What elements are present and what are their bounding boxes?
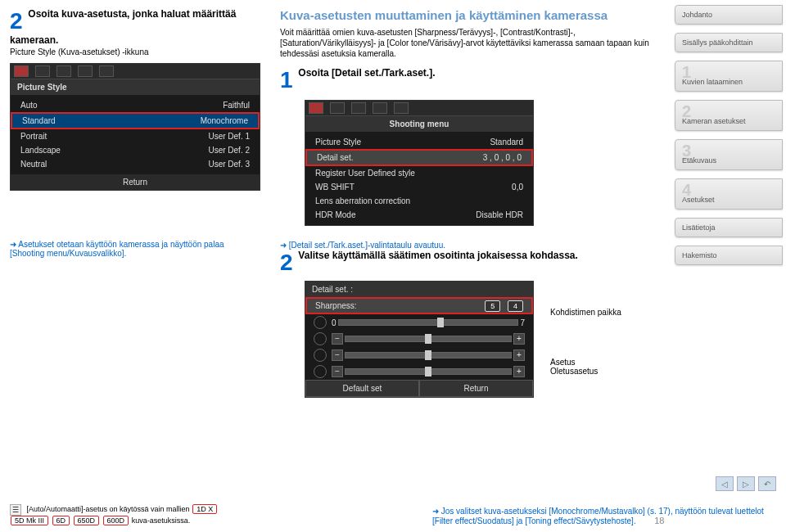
sm-detail[interactable]: Detail set.: [317, 153, 353, 162]
ps-monochrome[interactable]: Monochrome: [201, 116, 248, 125]
plus-button[interactable]: +: [513, 366, 525, 377]
saturation-icon: [314, 349, 327, 362]
step2-title: Osoita kuva-asetusta, jonka haluat määri…: [10, 8, 236, 46]
nav-camera-settings[interactable]: 2Kameran asetukset: [675, 100, 783, 131]
nav-contents[interactable]: Sisällys pääkohdittain: [675, 33, 783, 52]
tab-icon[interactable]: [373, 102, 387, 114]
contrast-icon: [314, 332, 327, 345]
callout-default: Oletusasetus: [550, 367, 662, 376]
prev-page-icon[interactable]: ◁: [716, 476, 734, 491]
ps-faithful[interactable]: Faithful: [223, 101, 250, 110]
chip-1dx: 1D X: [192, 504, 217, 514]
minus-button[interactable]: −: [332, 333, 343, 345]
tab-icon[interactable]: [351, 102, 366, 114]
callout-setting: Asetus: [550, 358, 662, 367]
ds-sharp-label: Sharpness:: [315, 301, 357, 310]
picture-style-window: Picture Style AutoFaithful StandardMonoc…: [10, 63, 260, 191]
nav-download[interactable]: 1Kuvien lataaminen: [675, 61, 783, 92]
tab-icon[interactable]: [330, 102, 345, 114]
back-icon[interactable]: ↶: [758, 476, 776, 491]
default-set-button[interactable]: Default set: [305, 380, 419, 397]
picture-style-caption: Picture Style (Kuva-asetukset) -ikkuna: [10, 47, 260, 56]
sm-hdr-val: Disable HDR: [476, 210, 523, 219]
ps-header: Picture Style: [11, 79, 260, 95]
ps-ud1[interactable]: User Def. 1: [208, 132, 250, 141]
detail-opens-note: [Detail set./Tark.aset.]-valintataulu av…: [280, 241, 662, 250]
ps-ud3[interactable]: User Def. 3: [208, 160, 250, 169]
colortone-slider[interactable]: [345, 368, 512, 375]
section-title: Kuva-asetusten muuttaminen ja käyttämine…: [280, 8, 662, 22]
footer-left-text-pre: [Auto/Automaatti]-asetus on käytössä vai…: [27, 505, 190, 513]
step1-title: Osoita [Detail set./Tark.aset.].: [298, 67, 435, 79]
sm-detail-val: 3 , 0 , 0 , 0: [483, 153, 522, 162]
ds-title: Detail set. :: [312, 285, 353, 294]
tab-icon[interactable]: [99, 65, 114, 77]
step-number-1: 1: [280, 67, 293, 93]
sm-header: Shooting menu: [305, 116, 533, 132]
callout-cursor: Kohdistimen paikka: [550, 308, 662, 317]
scale-max: 7: [520, 318, 525, 327]
ps-neutral[interactable]: Neutral: [20, 160, 47, 169]
ps-portrait[interactable]: Portrait: [20, 132, 47, 141]
sm-ps-val: Standard: [490, 138, 523, 147]
note-icon: ☰: [10, 504, 21, 516]
ps-return[interactable]: Return: [11, 174, 260, 190]
ps-landscape[interactable]: Landscape: [20, 146, 61, 155]
nav-moreinfo[interactable]: Lisätietoja: [675, 218, 783, 237]
contrast-slider[interactable]: [345, 336, 512, 342]
plus-button[interactable]: +: [513, 333, 525, 345]
saturation-slider[interactable]: [345, 352, 512, 358]
colortone-icon: [314, 365, 327, 378]
tab-icon[interactable]: [394, 102, 409, 114]
nav-intro[interactable]: Johdanto: [675, 5, 783, 25]
sharpness-slider[interactable]: [338, 319, 519, 326]
chip-600d: 600D: [103, 516, 129, 525]
chip-650d: 650D: [74, 516, 100, 525]
sm-hdr[interactable]: HDR Mode: [315, 210, 355, 219]
scale-zero: 0: [332, 318, 337, 327]
sm-register[interactable]: Register User Defined style: [315, 169, 415, 178]
sm-wb-val: 0,0: [512, 183, 523, 192]
ds-sharp-v2: 4: [508, 300, 523, 312]
ps-standard[interactable]: Standard: [22, 116, 56, 125]
sm-ps[interactable]: Picture Style: [315, 138, 361, 147]
nav-settings[interactable]: 4Asetukset: [675, 178, 783, 210]
footer-left-text-post: kuva-asetuksissa.: [132, 516, 191, 525]
nav-index[interactable]: Hakemisto: [675, 246, 783, 265]
camera-tab-icon[interactable]: [309, 102, 323, 114]
plus-button[interactable]: +: [513, 349, 525, 361]
return-button[interactable]: Return: [419, 380, 533, 397]
camera-tab-icon[interactable]: [14, 65, 29, 77]
nav-remote[interactable]: 3Etäkuvaus: [675, 139, 783, 170]
step-number-2b: 2: [280, 250, 293, 276]
minus-button[interactable]: −: [332, 349, 343, 361]
detail-set-window: Detail set. : Sharpness: 5 4 0 7: [305, 281, 534, 398]
step-number-2: 2: [10, 8, 23, 34]
step2b-title: Valitse käyttämällä säätimen osoitinta j…: [298, 250, 578, 261]
sharpness-icon: [314, 316, 327, 329]
chip-6d: 6D: [52, 516, 70, 525]
sm-lens[interactable]: Lens aberration correction: [315, 196, 410, 205]
apply-note: Asetukset otetaan käyttöön kamerassa ja …: [10, 240, 260, 258]
page-number: 18: [654, 516, 664, 525]
section-body: Voit määrittää omien kuva-asetusten [Sha…: [280, 27, 662, 59]
ds-sharp-v1: 5: [485, 300, 500, 312]
tab-icon[interactable]: [78, 65, 93, 77]
sm-wb[interactable]: WB SHIFT: [315, 183, 355, 192]
minus-button[interactable]: −: [332, 366, 343, 377]
footer-right-note: Jos valitset kuva-asetukseksi [Monochrom…: [432, 507, 764, 525]
chip-5d: 5D Mk III: [11, 516, 48, 525]
ps-ud2[interactable]: User Def. 2: [208, 146, 250, 155]
tab-icon[interactable]: [35, 65, 50, 77]
ps-auto[interactable]: Auto: [20, 101, 38, 110]
tab-icon[interactable]: [56, 65, 71, 77]
shooting-menu-window: Shooting menu Picture StyleStandard Deta…: [305, 100, 534, 226]
next-page-icon[interactable]: ▷: [737, 476, 755, 491]
